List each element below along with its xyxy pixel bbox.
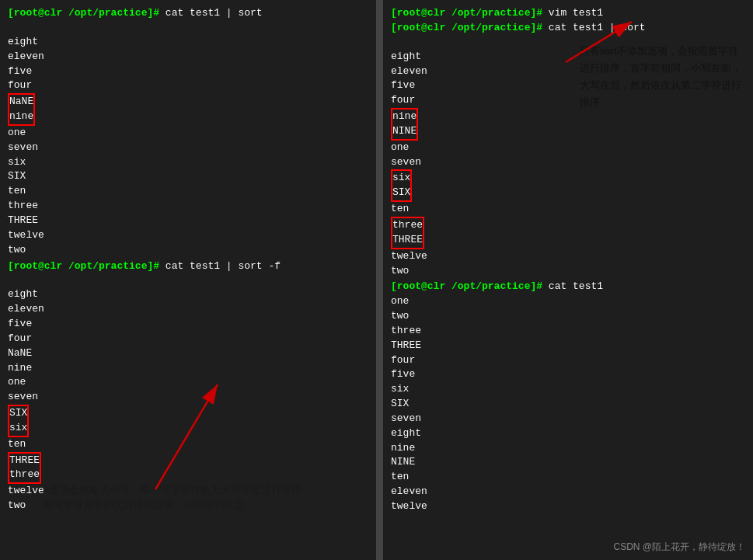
prompt-right1b: [root@clr /opt/practice]# — [391, 22, 542, 33]
r2-out-eight: eight — [391, 426, 745, 441]
r2-out-seven: seven — [391, 412, 745, 426]
r-out-seven: seven — [391, 155, 745, 170]
out-left-four: four — [8, 78, 368, 93]
cmd1-line: [root@clr /opt/practice]# cat test1 | so… — [8, 6, 368, 21]
r-out-six: six — [392, 171, 410, 186]
out2-left-eleven: eleven — [8, 302, 368, 317]
out-left-ten: ten — [8, 184, 368, 199]
out2-left-three: three — [9, 468, 40, 482]
out-left-six: six — [8, 155, 368, 170]
prompt-right1a: [root@clr /opt/practice]# — [391, 7, 542, 19]
r-out-three: three — [392, 218, 423, 233]
r2-out-four: four — [391, 353, 745, 368]
note-sort-default: 只有sort不添加选项，会按照首字符 进行排序，首字符相同，小写在前， 大写在后… — [580, 43, 741, 111]
r2-out-one: one — [391, 294, 745, 309]
watermark: CSDN @陌上花开，静待绽放！ — [613, 541, 745, 554]
out2-left-SIX: SIX — [9, 406, 27, 421]
out2-left-one: one — [8, 375, 368, 390]
prompt-right2: [root@clr /opt/practice]# — [391, 280, 542, 292]
r2-out-twelve: twelve — [391, 499, 745, 514]
cmd2-line: [root@clr /opt/practice]# cat test1 | so… — [8, 259, 368, 274]
r2-out-THREE: THREE — [391, 339, 745, 353]
cmd1-text: cat test1 | sort — [159, 7, 263, 19]
r-out-NINE: NINE — [392, 124, 417, 139]
highlighted-six-SIX: six SIX — [391, 169, 412, 202]
out-left-SIX: SIX — [8, 169, 368, 184]
out-left-nine: nine — [9, 110, 33, 124]
r2-out-NINE: NINE — [391, 455, 745, 470]
out-left-five: five — [8, 64, 368, 79]
out2-left-nine: nine — [8, 361, 368, 376]
out-left-eleven: eleven — [8, 50, 368, 64]
r-out-one: one — [391, 141, 745, 155]
prompt2: [root@clr /opt/practice]# — [8, 260, 159, 272]
out-left-two: two — [8, 243, 368, 258]
cmd-cat-test1-text: cat test1 — [542, 280, 603, 292]
out-left-one: one — [8, 126, 368, 141]
out2-left-ten: ten — [8, 437, 368, 452]
cmd-sort-right-text: cat test1 | sort — [542, 22, 646, 33]
right-panel: [root@clr /opt/practice]# vim test1 [roo… — [382, 0, 753, 560]
r2-out-five: five — [391, 367, 745, 382]
out-left-three: three — [8, 199, 368, 214]
r2-out-two: two — [391, 309, 745, 324]
out-left-seven: seven — [8, 141, 368, 155]
r-out-SIX: SIX — [392, 186, 410, 200]
highlighted-nane-nine: NaNE nine — [8, 93, 35, 126]
highlighted-SIX-six: SIX six — [8, 405, 29, 437]
cmd-vim-line: [root@clr /opt/practice]# vim test1 — [391, 6, 745, 21]
note-sort-f: -f选项会忽略大小写，将小写字母转换为大写字母进行排序，相同字母原本的大写排列在… — [43, 482, 312, 513]
out-left-nane: NaNE — [9, 95, 33, 110]
out2-left-five: five — [8, 317, 368, 332]
r2-out-ten: ten — [391, 470, 745, 485]
out-left-twelve: twelve — [8, 228, 368, 243]
r2-out-SIX: SIX — [391, 397, 745, 412]
out2-left-THREE: THREE — [9, 454, 40, 468]
prompt1: [root@clr /opt/practice]# — [8, 7, 159, 19]
r-out-ten: ten — [391, 202, 745, 217]
r2-out-six: six — [391, 382, 745, 397]
highlighted-three-THREE: three THREE — [391, 217, 424, 249]
r2-out-three: three — [391, 324, 745, 339]
r-out-nine: nine — [392, 110, 417, 124]
out-left-THREE: THREE — [8, 214, 368, 228]
out-left-eight: eight — [8, 35, 368, 50]
note-sort-f-text: -f选项会忽略大小写，将小写字母转换为大写字母进行排序，相同字母原本的大写排列在… — [43, 485, 312, 511]
cmd-cat-test1-line: [root@clr /opt/practice]# cat test1 — [391, 280, 745, 294]
cmd2-text: cat test1 | sort -f — [159, 260, 281, 272]
r-out-two: two — [391, 264, 745, 279]
cmd-sort-right-line: [root@clr /opt/practice]# cat test1 | so… — [391, 21, 745, 36]
highlighted-nine-NINE: nine NINE — [391, 108, 418, 141]
highlighted-THREE-three: THREE three — [8, 452, 41, 485]
out2-left-NaNE: NaNE — [8, 346, 368, 361]
out2-left-seven: seven — [8, 390, 368, 405]
r2-out-nine: nine — [391, 441, 745, 456]
r2-out-eleven: eleven — [391, 485, 745, 499]
cmd-vim-text: vim test1 — [542, 7, 603, 19]
out2-left-four: four — [8, 332, 368, 346]
left-panel: [root@clr /opt/practice]# cat test1 | so… — [0, 0, 376, 560]
r-out-twelve: twelve — [391, 249, 745, 264]
out2-left-six: six — [9, 421, 27, 436]
panel-divider — [376, 0, 382, 560]
r-out-THREE: THREE — [392, 233, 423, 248]
out2-left-eight: eight — [8, 287, 368, 302]
